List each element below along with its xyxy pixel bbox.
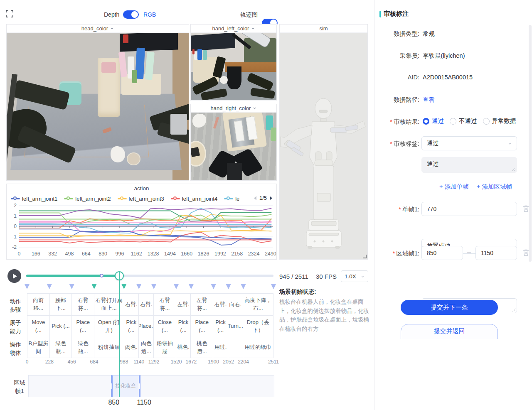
submit-back-button[interactable]: 提交并返回	[401, 324, 498, 339]
table-cell[interactable]: Place (...	[72, 316, 94, 337]
table-cell[interactable]: 右臂.	[124, 294, 139, 315]
radio-option-不通过[interactable]: 不通过	[450, 117, 477, 125]
segment-marker[interactable]	[151, 284, 157, 289]
review-tag-note-textarea[interactable]: 通过	[421, 157, 517, 173]
table-cell[interactable]: 腰部下...	[50, 294, 72, 315]
legend-next-icon[interactable]	[269, 196, 273, 201]
table-cell[interactable]: 左臂将...	[191, 294, 213, 315]
review-tag-value: 通过	[427, 140, 438, 147]
table-cell[interactable]: 粉饼抽屉	[154, 337, 176, 358]
radio-icon[interactable]	[450, 118, 456, 125]
data-path-view-link[interactable]: 查看	[423, 96, 435, 104]
playhead-line[interactable]	[119, 271, 120, 397]
single-frame-1-input[interactable]: 770	[421, 202, 517, 216]
table-cell[interactable]: 向右.	[228, 294, 243, 315]
table-cell[interactable]: Pick (...	[124, 316, 139, 337]
play-button[interactable]	[7, 269, 21, 283]
table-cell[interactable]: Pick (...	[176, 316, 191, 337]
add-single-frame-link[interactable]: + 添加单帧	[439, 183, 469, 191]
table-cell[interactable]: 右臂.	[213, 294, 228, 315]
add-region-frame-link[interactable]: + 添加区域帧	[477, 183, 512, 191]
table-cell[interactable]: 桃色.	[176, 337, 191, 358]
depth-rgb-toggle[interactable]	[123, 10, 139, 19]
panel-title: 审核标注	[384, 10, 409, 18]
action-line-chart[interactable]: 210-1-2016633249866483099611621328149416…	[7, 203, 276, 258]
segment-marker[interactable]	[241, 284, 246, 289]
region-frame-track[interactable]: 拉化妆盒	[28, 375, 274, 397]
submit-next-button[interactable]: 提交并下一条	[401, 300, 498, 315]
svg-text:996: 996	[116, 251, 124, 257]
table-cell[interactable]: 用过的纸巾	[243, 337, 273, 358]
table-cell[interactable]: Place..	[139, 316, 154, 337]
table-cell[interactable]	[228, 337, 243, 358]
range-dash: –	[467, 249, 471, 256]
table-cell[interactable]: 绿色瓶...	[50, 337, 72, 358]
table-cell[interactable]: Pick (...	[50, 316, 72, 337]
table-cell[interactable]: 桃色唇...	[191, 337, 213, 358]
segment-marker[interactable]	[188, 284, 194, 289]
frame-tick-label: 1292	[148, 359, 160, 365]
legend-prev-icon[interactable]	[253, 196, 257, 201]
resize-grip-icon[interactable]	[512, 308, 515, 312]
table-cell[interactable]: 左臂.	[176, 294, 191, 315]
sim-panel: sim	[279, 24, 368, 260]
table-cell[interactable]: 肉色透...	[139, 337, 154, 358]
segment-marker[interactable]	[121, 284, 127, 289]
table-cell[interactable]: Turn...	[228, 316, 243, 337]
panel-scrollbar[interactable]	[529, 25, 532, 262]
camera-title-head[interactable]: head_color	[7, 25, 189, 33]
table-cell[interactable]: Pick (...	[213, 316, 228, 337]
camera-title-hand-left[interactable]: hand_left_color	[191, 25, 276, 33]
table-cell[interactable]: Drop（丢下）	[243, 316, 273, 337]
segment-marker[interactable]	[136, 284, 142, 289]
fullscreen-icon[interactable]	[6, 10, 13, 17]
radio-icon[interactable]	[483, 118, 490, 125]
table-cell[interactable]: 右臂将...	[154, 294, 176, 315]
segment-marker[interactable]	[211, 284, 216, 289]
table-cell[interactable]: B户型房间	[27, 337, 50, 358]
table-cell[interactable]: 右臂.	[139, 294, 154, 315]
camera-image-hand-left	[191, 33, 276, 100]
region-frame-block[interactable]: 拉化妆盒	[111, 375, 140, 397]
resize-handle-icon[interactable]	[362, 253, 367, 258]
table-cell[interactable]: 向前移...	[27, 294, 50, 315]
legend-marker	[224, 196, 233, 201]
table-cell[interactable]: 高度下降，右...	[243, 294, 273, 315]
sim-viewport[interactable]	[280, 33, 367, 259]
speed-select[interactable]: 1.0X	[341, 270, 368, 282]
panel-header: 审核标注	[379, 10, 409, 18]
legend-item[interactable]: le	[224, 196, 239, 202]
table-cell[interactable]: 用过.	[213, 337, 228, 358]
segment-marker[interactable]	[174, 284, 179, 289]
table-cell[interactable]: 右臂将...	[72, 294, 94, 315]
region-block-label: 拉化妆盒	[115, 383, 136, 390]
annotation-review-app: Depth RGB 轨迹图 head_color	[0, 0, 532, 410]
chevron-down-icon	[110, 27, 114, 30]
svg-text:1660: 1660	[181, 251, 192, 257]
segment-marker[interactable]	[47, 284, 52, 289]
camera-title-hand-right[interactable]: hand_right_color	[191, 104, 276, 113]
camera-panel-hand-right: hand_right_color	[190, 104, 277, 181]
resize-grip-icon[interactable]	[512, 168, 515, 171]
table-cell[interactable]: Move (...	[27, 316, 50, 337]
table-cell[interactable]: Place (...	[191, 316, 213, 337]
segment-marker[interactable]	[91, 284, 97, 289]
radio-icon[interactable]	[423, 118, 429, 125]
radio-option-通过[interactable]: 通过	[423, 117, 444, 125]
legend-marker	[11, 196, 20, 201]
review-tag-select[interactable]: 通过	[421, 136, 517, 150]
table-cell[interactable]: 绿色瓶...	[72, 337, 94, 358]
legend-item[interactable]: left_arm_joint3	[118, 196, 164, 202]
table-cell[interactable]: 肉色.	[124, 337, 139, 358]
segment-marker[interactable]	[69, 284, 74, 289]
legend-item[interactable]: left_arm_joint1	[11, 196, 57, 202]
segment-marker[interactable]	[271, 284, 276, 289]
region-frame-1-end-input[interactable]: 1150	[475, 246, 517, 260]
segment-marker[interactable]	[226, 284, 231, 289]
legend-item[interactable]: left_arm_joint4	[171, 196, 217, 202]
segment-marker[interactable]	[25, 284, 30, 289]
legend-item[interactable]: left_arm_joint2	[64, 196, 111, 202]
radio-option-异常数据[interactable]: 异常数据	[483, 117, 516, 125]
region-frame-1-start-input[interactable]: 850	[421, 246, 463, 260]
table-cell[interactable]: Close (...	[154, 316, 176, 337]
